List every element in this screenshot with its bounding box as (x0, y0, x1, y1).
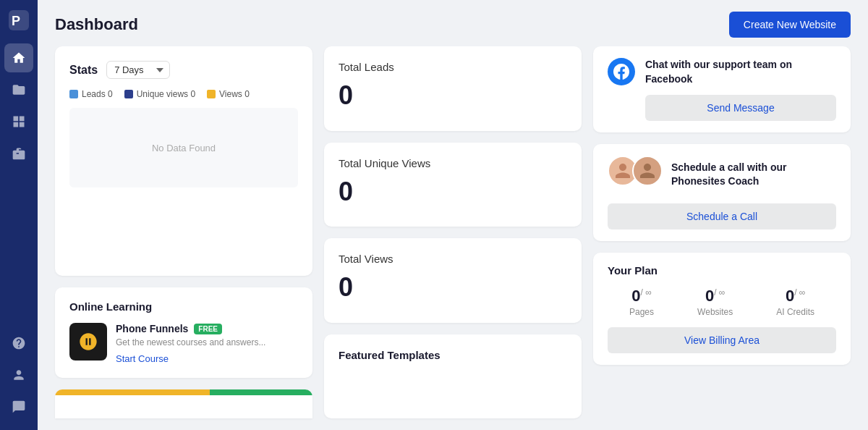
dashboard-content: Stats 7 Days 30 Days 90 Days Leads 0 Uni… (38, 46, 868, 430)
no-data-label: No Data Found (152, 143, 216, 153)
sidebar-item-briefcase[interactable] (4, 139, 33, 168)
start-course-link[interactable]: Start Course (116, 353, 169, 364)
total-views-value: 0 (339, 272, 567, 303)
progress-bar-partial (55, 389, 312, 395)
sidebar-item-pages[interactable] (4, 75, 33, 104)
plan-websites-label: Websites (697, 307, 733, 317)
legend-unique-views: Unique views 0 (124, 89, 195, 99)
sidebar: P (0, 0, 38, 430)
course-header: Phone Funnels FREE (116, 323, 298, 334)
legend-leads: Leads 0 (69, 89, 113, 99)
facebook-support-card: Chat with our support team on Facebook S… (593, 46, 851, 132)
legend-views: Views 0 (207, 89, 250, 99)
sidebar-item-home[interactable] (4, 43, 33, 72)
free-badge: FREE (194, 324, 222, 334)
stats-legend: Leads 0 Unique views 0 Views 0 (69, 89, 298, 99)
plan-stats: 0/ ∞ Pages 0/ ∞ Websites 0/ ∞ (608, 287, 836, 317)
total-leads-card: Total Leads 0 (324, 46, 582, 131)
funnel-icon (78, 332, 98, 352)
total-leads-label: Total Leads (339, 61, 567, 73)
featured-templates-title: Featured Templates (339, 349, 567, 361)
plan-pages-label: Pages (629, 307, 654, 317)
plan-stat-ai-credits: 0/ ∞ AI Credits (776, 287, 814, 317)
views-label: Views 0 (219, 89, 250, 99)
coach-avatar-2 (632, 156, 663, 186)
plan-websites-value: 0/ ∞ (697, 287, 733, 305)
course-item: Phone Funnels FREE Get the newest course… (69, 323, 298, 365)
total-views-card: Total Views 0 (324, 238, 582, 323)
course-description: Get the newest courses and answers... (116, 337, 298, 347)
plan-stat-pages: 0/ ∞ Pages (629, 287, 654, 317)
stats-title: Stats (69, 64, 98, 77)
total-unique-views-value: 0 (339, 177, 567, 207)
coach-title: Schedule a call with our Phonesites Coac… (671, 161, 836, 189)
views-color-dot (207, 90, 216, 98)
facebook-support-content: Chat with our support team on Facebook S… (645, 58, 836, 121)
svg-text:P: P (12, 14, 20, 28)
total-views-label: Total Views (339, 253, 567, 265)
left-column: Stats 7 Days 30 Days 90 Days Leads 0 Uni… (55, 46, 312, 418)
send-message-button[interactable]: Send Message (645, 95, 836, 121)
unique-views-color-dot (124, 90, 133, 98)
plan-card: Your Plan 0/ ∞ Pages 0/ ∞ Websites (593, 253, 851, 365)
header: Dashboard Create New Website (38, 0, 868, 46)
online-learning-title: Online Learning (69, 300, 298, 313)
main-content: Dashboard Create New Website Stats 7 Day… (38, 0, 868, 430)
plan-title: Your Plan (608, 264, 836, 277)
online-learning-card: Online Learning Phone Funnels FREE Get t… (55, 287, 312, 378)
coach-card: Schedule a call with our Phonesites Coac… (593, 144, 851, 241)
course-name: Phone Funnels (116, 323, 188, 334)
sidebar-item-grid[interactable] (4, 107, 33, 136)
right-column: Chat with our support team on Facebook S… (593, 46, 851, 418)
page-title: Dashboard (55, 15, 138, 34)
plan-ai-credits-label: AI Credits (776, 307, 814, 317)
sidebar-item-help[interactable] (4, 329, 33, 358)
stats-period-select[interactable]: 7 Days 30 Days 90 Days (106, 61, 170, 79)
plan-stat-websites: 0/ ∞ Websites (697, 287, 733, 317)
middle-column: Total Leads 0 Total Unique Views 0 Total… (324, 46, 582, 418)
total-unique-views-card: Total Unique Views 0 (324, 143, 582, 227)
course-info: Phone Funnels FREE Get the newest course… (116, 323, 298, 365)
coach-header: Schedule a call with our Phonesites Coac… (608, 156, 836, 193)
coach-avatars (608, 156, 663, 186)
unique-views-label: Unique views 0 (137, 89, 195, 99)
plan-ai-credits-value: 0/ ∞ (776, 287, 814, 305)
plan-pages-value: 0/ ∞ (629, 287, 654, 305)
partial-bottom-card (55, 389, 312, 418)
leads-color-dot (69, 90, 78, 98)
sidebar-item-user[interactable] (4, 361, 33, 389)
chart-area: No Data Found (69, 108, 298, 187)
facebook-icon (608, 58, 635, 85)
stats-header: Stats 7 Days 30 Days 90 Days (69, 61, 298, 79)
leads-label: Leads 0 (82, 89, 113, 99)
course-thumbnail (69, 323, 107, 361)
featured-templates-card: Featured Templates (324, 334, 582, 419)
stats-card: Stats 7 Days 30 Days 90 Days Leads 0 Uni… (55, 46, 312, 276)
view-billing-button[interactable]: View Billing Area (608, 327, 836, 353)
total-unique-views-label: Total Unique Views (339, 157, 567, 169)
logo: P (7, 9, 30, 32)
create-new-website-button[interactable]: Create New Website (729, 12, 851, 38)
facebook-support-title: Chat with our support team on Facebook (645, 58, 836, 86)
schedule-call-button[interactable]: Schedule a Call (608, 203, 836, 229)
sidebar-item-support[interactable] (4, 392, 33, 421)
total-leads-value: 0 (339, 80, 567, 111)
